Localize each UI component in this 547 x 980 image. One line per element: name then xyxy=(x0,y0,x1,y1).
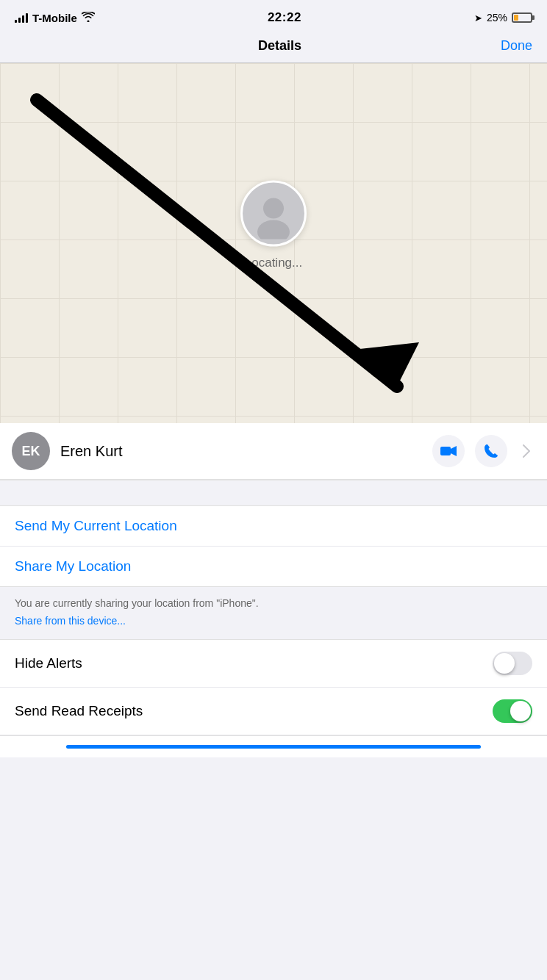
signal-bars-icon xyxy=(15,12,28,23)
location-info-text: You are currently sharing your location … xyxy=(15,596,532,611)
nav-title: Details xyxy=(258,38,301,54)
status-bar: T-Mobile 22:22 ➤ 25% xyxy=(0,0,547,32)
map-area: Locating... xyxy=(0,63,547,423)
bottom-bar xyxy=(0,735,547,757)
phone-call-button[interactable] xyxy=(475,435,507,467)
hide-alerts-label: Hide Alerts xyxy=(15,655,82,671)
toggle-section: Hide Alerts Send Read Receipts xyxy=(0,640,547,735)
share-location-button[interactable]: Share My Location xyxy=(0,547,547,586)
bottom-bar-indicator xyxy=(66,745,480,749)
location-arrow-icon: ➤ xyxy=(474,12,482,24)
contact-avatar: EK xyxy=(12,432,50,470)
video-call-button[interactable] xyxy=(432,435,465,467)
wifi-icon xyxy=(82,12,95,24)
contact-actions xyxy=(432,435,535,467)
location-menu-section: Send My Current Location Share My Locati… xyxy=(0,506,547,586)
section-separator-1 xyxy=(0,480,547,506)
hide-alerts-row: Hide Alerts xyxy=(0,640,547,688)
send-read-receipts-toggle[interactable] xyxy=(493,699,532,723)
svg-point-0 xyxy=(263,198,284,219)
svg-point-1 xyxy=(257,220,290,239)
map-avatar-container: Locating... xyxy=(240,181,307,270)
battery-icon xyxy=(512,12,532,23)
contact-detail-chevron-button[interactable] xyxy=(518,435,535,467)
svg-rect-4 xyxy=(440,447,451,455)
nav-bar: Details Done xyxy=(0,32,547,63)
send-read-receipts-toggle-knob xyxy=(510,701,531,721)
send-read-receipts-row: Send Read Receipts xyxy=(0,688,547,735)
carrier-label: T-Mobile xyxy=(32,12,77,24)
hide-alerts-toggle-knob xyxy=(494,653,515,674)
locating-text: Locating... xyxy=(245,256,302,270)
share-from-device-link[interactable]: Share from this device... xyxy=(15,615,126,627)
contact-name: Eren Kurt xyxy=(60,443,422,460)
battery-percent-label: 25% xyxy=(487,12,507,24)
done-button[interactable]: Done xyxy=(501,38,532,54)
contact-card: EK Eren Kurt xyxy=(0,423,547,480)
hide-alerts-toggle[interactable] xyxy=(493,652,532,675)
location-info-section: You are currently sharing your location … xyxy=(0,586,547,640)
status-time: 22:22 xyxy=(268,10,301,24)
map-avatar xyxy=(240,181,307,247)
svg-marker-5 xyxy=(451,446,457,456)
send-read-receipts-label: Send Read Receipts xyxy=(15,703,143,719)
avatar-silhouette-icon xyxy=(248,188,299,239)
send-current-location-button[interactable]: Send My Current Location xyxy=(0,506,547,547)
